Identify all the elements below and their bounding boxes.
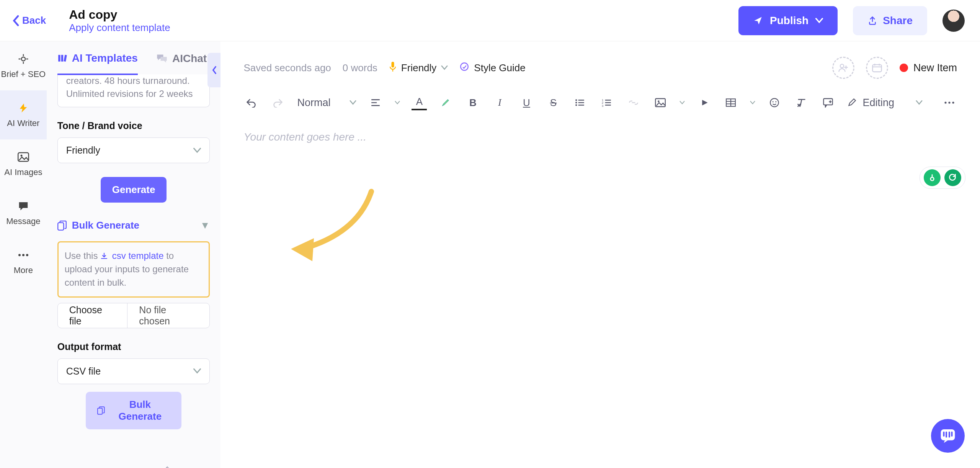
rail-ai-images[interactable]: AI Images xyxy=(0,139,47,188)
avatar[interactable] xyxy=(942,10,965,32)
schedule-button[interactable] xyxy=(866,57,888,79)
highlight-button[interactable] xyxy=(438,95,454,110)
pencil-icon xyxy=(847,98,856,107)
collapse-panel-button[interactable] xyxy=(207,53,220,87)
redo-button[interactable] xyxy=(270,95,286,110)
bulk-generate-label: Bulk Generate xyxy=(72,219,139,231)
chevron-down-icon xyxy=(350,100,356,105)
caret-down-icon: ▼ xyxy=(200,219,210,231)
tone-chip-label: Friendly xyxy=(401,62,436,74)
rail-ai-writer[interactable]: AI Writer xyxy=(0,90,47,139)
language-label: Language: xyxy=(57,466,103,468)
editor-body[interactable]: Your content goes here ... xyxy=(220,119,980,468)
editor-placeholder: Your content goes here ... xyxy=(243,131,957,143)
panel-tabs: AI Templates AIChat xyxy=(57,41,210,75)
video-button[interactable] xyxy=(696,95,712,110)
svg-rect-8 xyxy=(64,55,67,62)
grammarly-button[interactable] xyxy=(944,169,961,186)
callout-text: Use this xyxy=(65,250,100,261)
rail-message[interactable]: Message xyxy=(0,188,47,237)
svg-point-4 xyxy=(22,254,24,256)
add-collaborator-button[interactable] xyxy=(832,57,854,79)
image-button[interactable] xyxy=(653,95,668,110)
title-block: Ad copy Apply content template xyxy=(69,8,738,34)
chat-bubbles-icon xyxy=(156,54,168,64)
mic-icon xyxy=(389,61,397,75)
tab-ai-chat[interactable]: AIChat xyxy=(156,52,207,74)
rail-brief-seo[interactable]: Brief + SEO xyxy=(0,41,47,90)
floating-widgets xyxy=(920,167,965,189)
link-button[interactable] xyxy=(626,95,641,110)
italic-button[interactable]: I xyxy=(492,95,507,110)
output-format-value: CSV file xyxy=(66,366,101,377)
editing-mode-select[interactable]: Editing xyxy=(847,97,923,109)
send-icon xyxy=(753,16,763,26)
generate-button[interactable]: Generate xyxy=(101,177,167,203)
svg-point-25 xyxy=(773,101,774,102)
align-button[interactable] xyxy=(368,95,383,110)
main-editor: Saved seconds ago 0 words Friendly Style… xyxy=(220,41,980,468)
undo-button[interactable] xyxy=(243,95,259,110)
svg-rect-6 xyxy=(58,55,60,61)
sparkle-icon xyxy=(459,62,469,74)
bold-button[interactable]: B xyxy=(465,95,480,110)
editor-toolbar: Normal A B I U S 123 Editing xyxy=(220,86,980,119)
svg-point-0 xyxy=(21,57,25,61)
more-toolbar-button[interactable] xyxy=(942,95,957,110)
copy-icon xyxy=(97,406,105,415)
strikethrough-button[interactable]: S xyxy=(546,95,561,110)
svg-point-15 xyxy=(576,99,577,101)
style-guide-chip[interactable]: Style Guide xyxy=(459,62,525,74)
rail-label: AI Writer xyxy=(7,118,39,128)
output-format-label: Output format xyxy=(57,341,210,352)
numbered-list-button[interactable]: 123 xyxy=(599,95,614,110)
choose-file-button[interactable]: Choose file xyxy=(58,303,128,328)
apply-template-link[interactable]: Apply content template xyxy=(69,22,738,34)
publish-button[interactable]: Publish xyxy=(738,6,838,35)
tab-label: AIChat xyxy=(172,52,207,65)
svg-point-24 xyxy=(771,98,779,107)
back-label: Back xyxy=(22,15,46,26)
format-select[interactable]: Normal xyxy=(297,97,356,109)
tab-label: AI Templates xyxy=(72,52,138,64)
bullet-list-button[interactable] xyxy=(572,95,588,110)
chevron-down-icon xyxy=(679,101,685,105)
comment-button[interactable] xyxy=(820,95,836,110)
underline-button[interactable]: U xyxy=(519,95,534,110)
tone-select[interactable]: Friendly xyxy=(57,137,210,163)
editing-label: Editing xyxy=(862,97,894,109)
svg-rect-10 xyxy=(98,408,102,414)
left-panel: AI Templates AIChat creators. 48 hours t… xyxy=(47,41,221,468)
rail-more[interactable]: More xyxy=(0,237,47,286)
chevron-down-icon xyxy=(815,18,823,23)
bulk-generate-button[interactable]: Bulk Generate xyxy=(86,392,181,429)
svg-rect-7 xyxy=(61,55,63,61)
emoji-button[interactable] xyxy=(767,95,782,110)
tab-ai-templates[interactable]: AI Templates xyxy=(57,52,138,75)
meta-bar: Saved seconds ago 0 words Friendly Style… xyxy=(220,41,980,86)
svg-rect-11 xyxy=(391,62,394,67)
status-dropdown[interactable]: New Item xyxy=(900,62,957,74)
chevron-down-icon xyxy=(395,101,400,105)
intercom-chat-button[interactable] xyxy=(931,419,965,453)
bolt-icon xyxy=(17,101,30,115)
share-button[interactable]: Share xyxy=(853,6,927,35)
csv-template-link[interactable]: csv template xyxy=(112,250,164,261)
widget-button-1[interactable] xyxy=(924,169,941,186)
language-value[interactable]: English (US) xyxy=(103,466,155,468)
product-description-textarea[interactable]: creators. 48 hours turnaround. Unlimited… xyxy=(57,74,210,107)
bulk-generate-toggle[interactable]: Bulk Generate ▼ xyxy=(57,219,210,231)
back-button[interactable]: Back xyxy=(11,15,46,26)
output-format-select[interactable]: CSV file xyxy=(57,358,210,384)
edit-language-button[interactable] xyxy=(161,466,170,468)
header: Back Ad copy Apply content template Publ… xyxy=(0,0,980,41)
tone-chip[interactable]: Friendly xyxy=(389,61,448,75)
bulk-generate-btn-label: Bulk Generate xyxy=(110,399,170,422)
clear-format-button[interactable] xyxy=(794,95,809,110)
file-chosen-label: No file chosen xyxy=(127,304,209,327)
svg-point-2 xyxy=(20,155,22,157)
table-button[interactable] xyxy=(723,95,738,110)
svg-point-5 xyxy=(26,254,28,256)
side-rail: Brief + SEO AI Writer AI Images Message … xyxy=(0,41,47,468)
font-color-button[interactable]: A xyxy=(412,95,427,110)
